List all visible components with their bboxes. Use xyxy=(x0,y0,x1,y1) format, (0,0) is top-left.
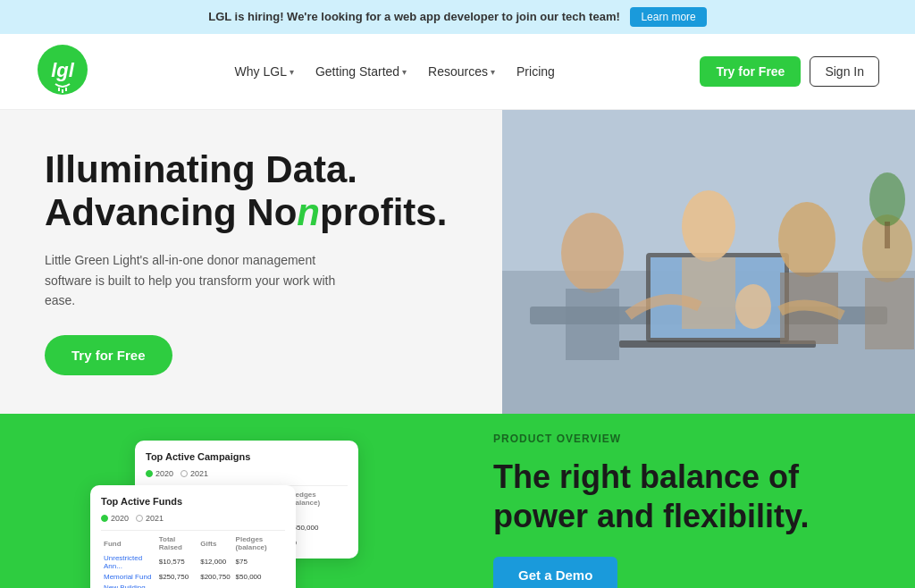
svg-point-15 xyxy=(778,202,835,277)
hero-left: Illuminating Data. Advancing Nonprofits.… xyxy=(0,110,502,414)
nav-resources[interactable]: Resources ▾ xyxy=(421,61,502,82)
funds-card: Top Active Funds 2020 2021 Fund xyxy=(90,485,296,588)
nav-getting-started[interactable]: Getting Started ▾ xyxy=(308,61,414,82)
table-row: Unrestricted Ann... $10,575 $12,000 $75 xyxy=(101,552,285,571)
funds-tab-2020[interactable]: 2020 xyxy=(101,514,129,523)
tab-dot-inactive xyxy=(136,515,143,522)
svg-point-19 xyxy=(735,284,771,329)
main-nav: lgl Why LGL ▾ Getting Started ▾ Resource… xyxy=(0,34,915,110)
tab-dot-inactive xyxy=(180,470,188,477)
campaigns-tab-2020[interactable]: 2020 xyxy=(146,469,173,478)
learn-more-button[interactable]: Learn more xyxy=(630,7,706,27)
svg-rect-18 xyxy=(865,278,914,349)
dashboard-cards: Top Active Campaigns 2020 2021 C xyxy=(81,432,367,588)
green-section-right: Product Overview The right balance of po… xyxy=(449,414,915,588)
svg-rect-12 xyxy=(566,289,619,360)
nav-links: Why LGL ▾ Getting Started ▾ Resources ▾ … xyxy=(228,61,562,82)
power-title: The right balance of power and flexibili… xyxy=(493,458,870,534)
hero-try-free-button[interactable]: Try for Free xyxy=(45,335,172,375)
table-row: Memorial Fund $250,750 $200,750 $50,000 xyxy=(101,571,285,582)
funds-tab-2021[interactable]: 2021 xyxy=(136,514,164,523)
funds-card-tabs: 2020 2021 xyxy=(101,514,285,523)
chevron-down-icon: ▾ xyxy=(402,67,407,77)
banner-message: We're looking for a web app developer to… xyxy=(287,10,620,23)
svg-rect-21 xyxy=(885,222,890,248)
hiring-text: LGL is hiring! xyxy=(208,10,283,23)
svg-point-11 xyxy=(561,213,624,293)
nav-sign-in-button[interactable]: Sign In xyxy=(810,56,879,87)
hero-section: Illuminating Data. Advancing Nonprofits.… xyxy=(0,110,915,414)
hero-description: Little Green Light's all-in-one donor ma… xyxy=(45,250,348,310)
nav-try-free-button[interactable]: Try for Free xyxy=(700,56,801,87)
product-label: Product Overview xyxy=(493,433,870,445)
svg-text:lgl: lgl xyxy=(51,59,75,81)
svg-point-13 xyxy=(682,190,735,262)
tab-dot-active xyxy=(146,470,153,477)
hero-image xyxy=(502,110,915,414)
hero-photo xyxy=(502,110,915,414)
green-section: Top Active Campaigns 2020 2021 C xyxy=(0,414,915,588)
svg-rect-14 xyxy=(682,257,735,329)
campaigns-tab-2021[interactable]: 2021 xyxy=(180,469,208,478)
campaigns-card-tabs: 2020 2021 xyxy=(146,469,348,478)
nav-why-lgl[interactable]: Why LGL ▾ xyxy=(228,61,301,82)
funds-table: Fund Total Raised Gifts Pledges (balance… xyxy=(101,534,285,588)
green-section-left: Top Active Campaigns 2020 2021 C xyxy=(0,414,449,588)
funds-card-title: Top Active Funds xyxy=(101,496,285,507)
campaigns-card-title: Top Active Campaigns xyxy=(146,451,348,462)
table-row: New Building Fund $580,400 $580,400 $0 xyxy=(101,582,285,588)
tab-dot-active xyxy=(101,515,108,522)
hero-title: Illuminating Data. Advancing Nonprofits. xyxy=(45,148,458,235)
chevron-down-icon: ▾ xyxy=(491,67,495,77)
nav-actions: Try for Free Sign In xyxy=(700,56,879,87)
svg-point-20 xyxy=(869,172,905,226)
hiring-banner: LGL is hiring! We're looking for a web a… xyxy=(0,0,915,34)
chevron-down-icon: ▾ xyxy=(290,67,294,77)
get-demo-button[interactable]: Get a Demo xyxy=(493,557,617,588)
nav-pricing[interactable]: Pricing xyxy=(509,61,562,82)
logo[interactable]: lgl xyxy=(36,43,89,100)
